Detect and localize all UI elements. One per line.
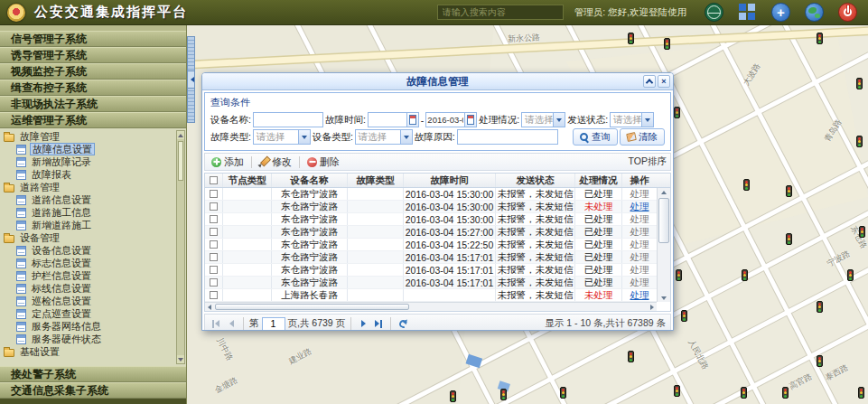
table-row[interactable]: 东仓路宁波路 2016-03-04 15:30:00未报警，未发短信 已处理处理 bbox=[205, 188, 670, 201]
page-input[interactable] bbox=[262, 317, 285, 331]
traffic-signal-icon[interactable] bbox=[741, 387, 747, 399]
row-checkbox[interactable] bbox=[210, 228, 218, 236]
sidebar-item-patrol-control[interactable]: 缉查布控子系统 bbox=[0, 80, 186, 96]
traffic-signal-icon[interactable] bbox=[817, 33, 823, 44]
column-header[interactable]: 设备名称 bbox=[272, 174, 348, 187]
power-button[interactable] bbox=[838, 3, 857, 22]
traffic-signal-icon[interactable] bbox=[847, 269, 854, 281]
traffic-signal-icon[interactable] bbox=[664, 38, 670, 50]
scroll-right-icon[interactable] bbox=[648, 303, 657, 311]
column-header[interactable]: 发送状态 bbox=[496, 174, 575, 187]
tree-leaf-server-network-info[interactable]: 服务器网络信息 bbox=[4, 320, 173, 333]
table-row[interactable]: 东仓路宁波路 2016-03-04 15:30:00未报警，未发短信 未处理处理 bbox=[205, 201, 670, 213]
tree-leaf-fault-report[interactable]: 故障报表 bbox=[4, 168, 173, 181]
action-link[interactable]: 处理 bbox=[622, 213, 657, 225]
traffic-signal-icon[interactable] bbox=[743, 179, 750, 191]
traffic-signal-icon[interactable] bbox=[628, 351, 634, 362]
table-row[interactable]: 上海路长春路 未报警，未发短信 未处理处理 bbox=[205, 289, 670, 302]
column-header[interactable]: 故障类型 bbox=[348, 174, 404, 187]
traffic-signal-icon[interactable] bbox=[856, 136, 863, 147]
scroll-down-icon[interactable] bbox=[177, 355, 184, 363]
scroll-up-icon[interactable] bbox=[177, 131, 184, 139]
traffic-signal-icon[interactable] bbox=[856, 78, 863, 89]
traffic-signal-icon[interactable] bbox=[817, 355, 823, 367]
first-page-button[interactable] bbox=[210, 316, 222, 330]
traffic-signal-icon[interactable] bbox=[782, 387, 789, 399]
tree-leaf-server-hardware-status[interactable]: 服务器硬件状态 bbox=[4, 333, 173, 345]
query-button[interactable]: 查询 bbox=[573, 128, 618, 146]
add-circle-icon[interactable] bbox=[771, 3, 790, 22]
row-checkbox[interactable] bbox=[210, 202, 218, 211]
traffic-signal-icon[interactable] bbox=[628, 33, 634, 44]
traffic-signal-icon[interactable] bbox=[500, 389, 507, 400]
traffic-signal-icon[interactable] bbox=[858, 387, 864, 399]
tree-leaf-inspection-info-setting[interactable]: 巡检信息设置 bbox=[4, 295, 173, 307]
global-search-input[interactable] bbox=[437, 5, 564, 20]
add-button[interactable]: 添加 bbox=[209, 155, 247, 170]
vertical-scrollbar[interactable] bbox=[657, 188, 670, 302]
row-checkbox[interactable] bbox=[210, 253, 218, 261]
traffic-signal-icon[interactable] bbox=[676, 269, 682, 281]
table-row[interactable]: 东仓路宁波路 2016-03-04 15:22:50未报警，未发短信 已处理处理 bbox=[205, 239, 670, 251]
close-window-button[interactable]: × bbox=[658, 75, 670, 88]
row-checkbox[interactable] bbox=[210, 190, 218, 198]
row-checkbox[interactable] bbox=[210, 291, 218, 299]
fault-time-to-input[interactable] bbox=[426, 114, 464, 127]
table-row[interactable]: 东仓路宁波路 2016-03-04 15:17:01未报警，未发短信 已处理处理 bbox=[205, 277, 670, 289]
device-name-input[interactable] bbox=[253, 112, 323, 127]
traffic-signal-icon[interactable] bbox=[786, 185, 792, 197]
handle-status-select[interactable]: 请选择 bbox=[521, 112, 565, 127]
row-checkbox[interactable] bbox=[210, 278, 218, 287]
column-header[interactable]: 处理情况 bbox=[575, 174, 622, 187]
action-link[interactable]: 处理 bbox=[622, 226, 657, 238]
tree-leaf-sign-info-setting[interactable]: 标志信息设置 bbox=[4, 257, 173, 269]
map-area[interactable]: 新永公路 大波路 青岛路 宁波路 东仓路 人民北路 高官路 泰西路 川中路 建业… bbox=[187, 25, 868, 404]
action-link[interactable]: 处理 bbox=[622, 277, 657, 288]
apps-grid-icon[interactable] bbox=[738, 3, 757, 22]
traffic-signal-icon[interactable] bbox=[817, 301, 823, 313]
table-row[interactable]: 东仓路宁波路 2016-03-04 15:17:01未报警，未发短信 已处理处理 bbox=[205, 264, 670, 277]
scroll-thumb[interactable] bbox=[658, 198, 669, 243]
device-type-select[interactable]: 请选择 bbox=[355, 129, 413, 145]
calendar-icon[interactable] bbox=[464, 113, 476, 127]
tree-scrollbar[interactable] bbox=[176, 130, 185, 364]
tree-leaf-add-road-construction[interactable]: 新增道路施工 bbox=[4, 219, 173, 231]
traffic-signal-icon[interactable] bbox=[450, 390, 456, 402]
delete-button[interactable]: 删除 bbox=[304, 155, 342, 170]
tree-folder-basic-setting[interactable]: 基础设置 bbox=[4, 345, 173, 358]
scroll-left-icon[interactable] bbox=[205, 303, 214, 311]
traffic-signal-icon[interactable] bbox=[742, 269, 748, 281]
sidebar-item-traffic-info-collect[interactable]: 交通信息采集子系统 bbox=[0, 382, 186, 399]
prev-page-button[interactable] bbox=[225, 316, 238, 330]
traffic-signal-icon[interactable] bbox=[674, 107, 680, 118]
action-link[interactable]: 处理 bbox=[622, 264, 657, 276]
collapse-left-icon[interactable] bbox=[187, 70, 195, 89]
action-link[interactable]: 处理 bbox=[622, 239, 657, 250]
sidebar-item-video-monitor[interactable]: 视频监控子系统 bbox=[0, 63, 186, 80]
sidebar-item-offsite-enforcement[interactable]: 非现场执法子系统 bbox=[0, 96, 186, 112]
traffic-signal-icon[interactable] bbox=[674, 385, 680, 397]
traffic-signal-icon[interactable] bbox=[560, 387, 566, 399]
sidebar-item-guidance-mgmt[interactable]: 诱导管理子系统 bbox=[0, 47, 186, 63]
action-link[interactable]: 处理 bbox=[622, 251, 657, 263]
row-checkbox[interactable] bbox=[210, 215, 218, 223]
select-all-checkbox[interactable] bbox=[210, 176, 218, 184]
fault-time-from-input[interactable] bbox=[369, 114, 406, 127]
traffic-signal-icon[interactable] bbox=[786, 233, 792, 245]
scroll-thumb[interactable] bbox=[178, 141, 183, 181]
tree-leaf-guardrail-info-setting[interactable]: 护栏信息设置 bbox=[4, 269, 173, 282]
column-header[interactable]: 节点类型 bbox=[223, 174, 272, 187]
window-title-bar[interactable]: 故障信息管理 × bbox=[202, 73, 673, 90]
tree-leaf-add-fault-record[interactable]: 新增故障记录 bbox=[4, 155, 173, 168]
edit-button[interactable]: 修改 bbox=[257, 155, 294, 170]
top-sort-button[interactable]: TOP排序 bbox=[629, 155, 667, 168]
row-checkbox[interactable] bbox=[210, 240, 218, 249]
tree-leaf-device-info-setting[interactable]: 设备信息设置 bbox=[4, 244, 173, 257]
table-row[interactable]: 东仓路宁波路 2016-03-04 15:17:01未报警，未发短信 已处理处理 bbox=[205, 251, 670, 264]
globe-icon[interactable] bbox=[705, 3, 723, 22]
horizontal-scrollbar[interactable] bbox=[205, 302, 657, 311]
refresh-button[interactable] bbox=[397, 316, 409, 330]
traffic-signal-icon[interactable] bbox=[859, 226, 865, 238]
action-link[interactable]: 处理 bbox=[622, 201, 657, 212]
scroll-up-icon[interactable] bbox=[658, 188, 670, 196]
